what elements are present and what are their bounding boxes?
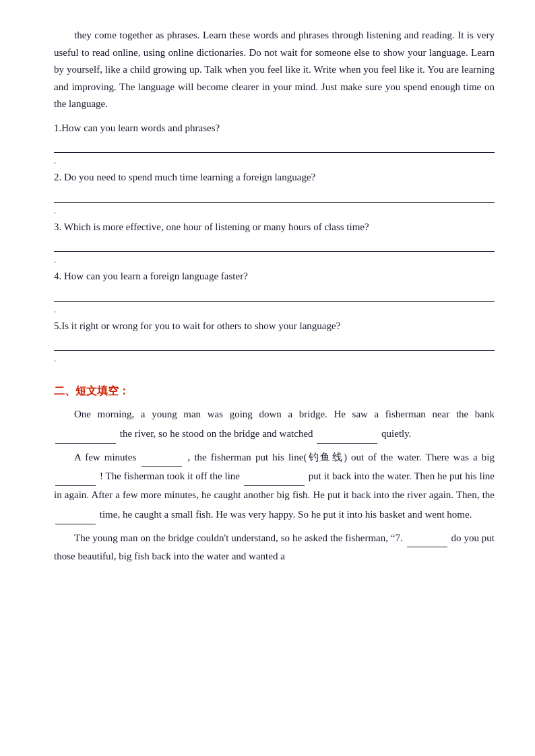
question-1-answer-line xyxy=(54,138,495,153)
question-3: 3. Which is more effective, one hour of … xyxy=(54,219,495,266)
question-5-answer-line xyxy=(54,336,495,351)
question-5: 5.Is it right or wrong for you to wait f… xyxy=(54,318,495,365)
blank-5[interactable] xyxy=(244,467,305,486)
question-2-answer-line xyxy=(54,188,495,203)
questions-section: 1.How can you learn words and phrases? .… xyxy=(54,120,495,365)
fill-para2-text-e: time, he caught a small fish. He was ver… xyxy=(100,509,472,520)
question-1-label: 1.How can you learn words and phrases? xyxy=(54,120,495,137)
question-1: 1.How can you learn words and phrases? . xyxy=(54,120,495,167)
question-4-answer-line xyxy=(54,287,495,302)
question-5-label: 5.Is it right or wrong for you to wait f… xyxy=(54,318,495,335)
question-2: 2. Do you need to spend much time learni… xyxy=(54,169,495,216)
question-1-dot: . xyxy=(54,156,495,166)
fill-para1-text-b: the river, so he stood on the bridge and… xyxy=(120,428,313,439)
question-2-label: 2. Do you need to spend much time learni… xyxy=(54,169,495,186)
question-3-dot: . xyxy=(54,254,495,265)
question-5-dot: . xyxy=(54,353,495,364)
fill-para-3: The young man on the bridge couldn't und… xyxy=(54,528,495,567)
blank-3[interactable] xyxy=(141,448,182,467)
fill-para2-text-c: ! The fisherman took it off the line xyxy=(100,471,240,481)
fill-para1-text-a: One morning, a young man was going down … xyxy=(74,409,495,419)
blank-6[interactable] xyxy=(55,505,96,524)
blank-7[interactable] xyxy=(407,528,447,548)
fill-para3-text-a: The young man on the bridge couldn't und… xyxy=(74,532,403,543)
fill-para-1: One morning, a young man was going down … xyxy=(54,405,495,444)
fill-para-2: A few minutes , the fisherman put his li… xyxy=(54,448,495,524)
blank-1[interactable] xyxy=(55,424,116,444)
intro-paragraph: they come together as phrases. Learn the… xyxy=(54,27,495,113)
question-2-dot: . xyxy=(54,205,495,216)
question-3-answer-line xyxy=(54,237,495,252)
fill-para2-text-a: A few minutes xyxy=(74,452,136,462)
blank-4[interactable] xyxy=(55,467,96,486)
section2-header: 二、短文填空： xyxy=(54,384,495,399)
question-3-label: 3. Which is more effective, one hour of … xyxy=(54,219,495,236)
question-4: 4. How can you learn a foreign language … xyxy=(54,268,495,315)
fill-para2-text-b: , the fisherman put his line(钓鱼线) out of… xyxy=(188,452,495,462)
fill-para1-text-c: quietly. xyxy=(381,428,411,439)
blank-2[interactable] xyxy=(317,424,377,444)
question-4-dot: . xyxy=(54,304,495,315)
question-4-label: 4. How can you learn a foreign language … xyxy=(54,268,495,285)
